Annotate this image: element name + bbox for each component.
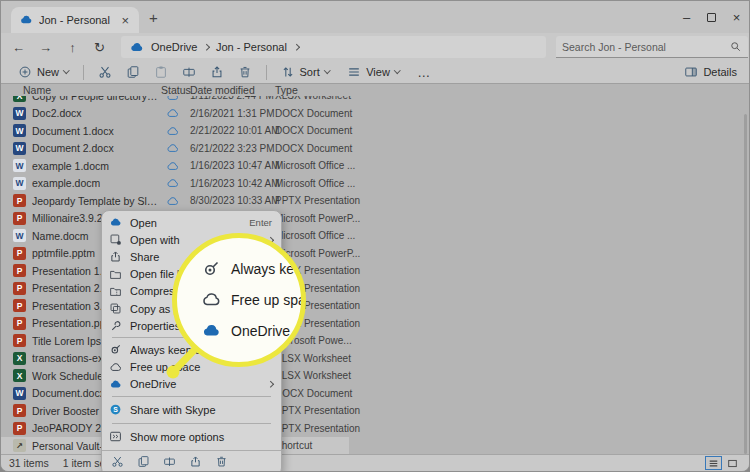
explorer-tab[interactable]: Jon - Personal × (11, 7, 139, 33)
view-toggles (705, 456, 741, 470)
paste-button[interactable] (147, 62, 175, 82)
cut-button[interactable] (109, 453, 126, 470)
wrench-icon (109, 319, 122, 332)
delete-button[interactable] (213, 453, 230, 470)
file-name: Name.docm (32, 230, 89, 242)
file-name-cell: W Document 1.docx (1, 124, 159, 137)
share-icon (109, 250, 122, 263)
file-type-cell: DOCX Document (271, 108, 391, 119)
chevron-right-icon (293, 44, 299, 50)
search-box[interactable] (556, 36, 748, 58)
window-controls: – × (674, 1, 749, 33)
view-lines-icon (347, 65, 361, 79)
file-type-icon: X (13, 352, 26, 365)
view-button[interactable]: View (340, 62, 406, 82)
divider (266, 65, 267, 80)
address-bar: ← → ↑ ↻ OneDrive Jon - Personal (1, 33, 749, 61)
delete-icon (238, 65, 252, 79)
copy-path-icon (109, 302, 122, 315)
cut-button[interactable] (91, 62, 119, 82)
file-name: Jeopardy Template by SlideLizard.pptx (32, 195, 159, 207)
column-header-type[interactable]: Type (271, 84, 391, 96)
onedrive-callout-item: OneDrive (201, 321, 301, 341)
sort-button[interactable]: Sort (274, 62, 337, 82)
sort-label: Sort (300, 66, 320, 78)
new-button[interactable]: New (11, 62, 76, 82)
new-tab-button[interactable]: + (149, 9, 158, 26)
file-type-cell: Microsoft Office ... (271, 230, 391, 241)
divider (83, 65, 84, 80)
column-header-name[interactable]: Name (1, 84, 159, 96)
date-modified-cell: 2/16/2021 1:31 PM (185, 108, 271, 119)
share-button[interactable] (187, 453, 204, 470)
file-name: pptmfile.pptm (32, 247, 95, 259)
column-header-status[interactable]: ^Status (159, 84, 185, 96)
show-more-icon (109, 430, 122, 443)
more-options-button[interactable]: … (410, 62, 438, 82)
file-name: Document 1.docx (32, 125, 114, 137)
plus-circle-icon (18, 65, 32, 79)
table-row[interactable]: W example 1.docm 1/16/2023 10:47 AM Micr… (1, 157, 349, 175)
refresh-button[interactable]: ↻ (86, 40, 113, 55)
cut-icon (111, 455, 124, 468)
forward-button[interactable]: → (32, 40, 59, 55)
file-name: example 1.docm (32, 160, 109, 172)
file-name: Doc2.docx (32, 107, 82, 119)
maximize-button[interactable] (699, 10, 724, 25)
cloud-outline-icon (109, 361, 122, 374)
date-modified-cell: 1/16/2023 10:42 AM (185, 178, 271, 189)
share-button[interactable] (203, 62, 231, 82)
table-row[interactable]: P Jeopardy Template by SlideLizard.pptx … (1, 192, 349, 210)
search-icon (729, 40, 742, 53)
chevron-down-icon (63, 67, 69, 73)
share-with-skype-menu-item[interactable]: Share with Skype (102, 400, 281, 420)
title-bar: Jon - Personal × + – × (1, 1, 749, 33)
up-button[interactable]: ↑ (59, 40, 86, 55)
column-header-date-modified[interactable]: Date modified (185, 84, 271, 96)
table-row[interactable]: W Document 1.docx 2/21/2022 10:01 AM DOC… (1, 122, 349, 140)
open-with-icon (109, 233, 122, 246)
file-name: Document 2.docx (32, 142, 114, 154)
copy-button[interactable] (119, 62, 147, 82)
tab-close-icon[interactable]: × (119, 13, 131, 28)
file-type-icon: W (13, 229, 26, 242)
copy-icon (137, 455, 150, 468)
table-row[interactable]: W Doc2.docx 2/16/2021 1:31 PM DOCX Docum… (1, 105, 349, 123)
minimize-button[interactable]: – (674, 10, 699, 25)
details-view-button[interactable] (705, 456, 722, 470)
copy-button[interactable] (135, 453, 152, 470)
quick-actions (102, 450, 281, 472)
show-more-options-menu-item[interactable]: Show more options (102, 427, 281, 447)
chevron-down-icon (394, 67, 400, 73)
details-label: Details (703, 66, 737, 78)
file-type-icon: W (13, 387, 26, 400)
date-modified-cell: 8/30/2023 10:33 AM (185, 195, 271, 206)
cloud-filled-icon (201, 321, 221, 341)
details-pane-button[interactable]: Details (684, 65, 737, 79)
vertical-scrollbar[interactable] (744, 114, 747, 454)
view-label: View (366, 66, 390, 78)
open-menu-item[interactable]: Open Enter (102, 214, 281, 231)
table-row[interactable]: W example.docm 1/16/2023 10:42 AM Micros… (1, 175, 349, 193)
close-button[interactable]: × (724, 10, 749, 25)
rename-button[interactable] (161, 453, 178, 470)
large-icons-view-button[interactable] (724, 456, 741, 470)
copy-icon (126, 65, 140, 79)
breadcrumb[interactable]: OneDrive Jon - Personal (121, 36, 546, 58)
cloud-status-icon (166, 177, 179, 190)
cloud-outline-icon (201, 290, 221, 310)
file-name-cell: W Document 2.docx (1, 142, 159, 155)
rename-button[interactable] (175, 62, 203, 82)
delete-button[interactable] (231, 62, 259, 82)
breadcrumb-root[interactable]: OneDrive (151, 41, 197, 53)
zip-icon (109, 285, 122, 298)
status-cell (159, 176, 185, 190)
table-row[interactable]: W Document 2.docx 6/21/2022 3:23 PM DOCX… (1, 140, 349, 158)
search-input[interactable] (562, 41, 729, 53)
tab-title: Jon - Personal (39, 14, 113, 26)
onedrive-menu-item[interactable]: OneDrive (102, 376, 281, 393)
breadcrumb-current[interactable]: Jon - Personal (216, 41, 287, 53)
file-type-icon: W (13, 177, 26, 190)
back-button[interactable]: ← (5, 40, 32, 55)
cloud-filled-icon (109, 378, 122, 391)
